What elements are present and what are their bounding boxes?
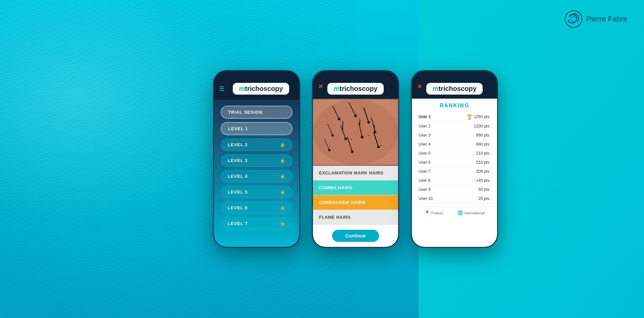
svg-line-11 xyxy=(328,124,333,136)
level4-label: LEVEL 4 xyxy=(228,174,248,179)
ranking-list: User 1 🏆 1250 pts. User 2 1200 pts. User… xyxy=(412,110,497,205)
svg-point-3 xyxy=(313,99,398,165)
phone2-screen: ✕ mtrichoscopy xyxy=(313,71,398,247)
international-globe-icon: 🌐 xyxy=(458,210,463,215)
level-4-btn[interactable]: LEVEL 4 🔒 xyxy=(221,170,292,182)
app-name-rest-1: trichoscopy xyxy=(245,85,283,92)
ranking-footer: 📍 Poland 🌐 International xyxy=(412,207,497,219)
svg-point-14 xyxy=(361,136,364,139)
svg-point-16 xyxy=(374,131,376,134)
level-2-btn[interactable]: LEVEL 2 🔒 xyxy=(221,139,292,151)
ranking-pts-5: 210 pts. xyxy=(476,151,490,156)
svg-line-15 xyxy=(359,122,362,137)
ranking-pts-1: 1250 pts. xyxy=(474,114,490,119)
svg-point-22 xyxy=(351,151,354,153)
poland-pin-icon: 📍 xyxy=(424,210,430,215)
levels-list: TRIAL SESION LEVEL 1 LEVEL 2 🔒 LEVEL 3 🔒 xyxy=(214,100,299,236)
hamburger-icon[interactable]: ☰ xyxy=(219,85,224,93)
level-1-btn[interactable]: LEVEL 1 xyxy=(221,122,292,135)
app-logo-badge-3: mtrichoscopy xyxy=(426,83,482,95)
level-5-btn[interactable]: LEVEL 5 🔒 xyxy=(221,186,292,198)
svg-rect-2 xyxy=(313,99,398,165)
svg-line-17 xyxy=(371,117,375,132)
app-logo-1: mtrichoscopy xyxy=(239,85,283,92)
app-logo-badge-1: mtrichoscopy xyxy=(233,83,289,95)
ranking-pts-2: 1200 pts. xyxy=(474,124,490,128)
level-6-btn[interactable]: LEVEL 6 🔒 xyxy=(221,202,292,214)
ranking-pts-7: 206 pts. xyxy=(476,169,490,174)
answer-corkscrew[interactable]: CORKSCREW HAIRS xyxy=(313,195,398,210)
svg-line-9 xyxy=(364,108,369,122)
svg-point-12 xyxy=(344,138,347,140)
ranking-item-4: User 4 680 pts. xyxy=(417,140,492,149)
ranking-pts-4: 680 pts. xyxy=(476,142,490,147)
svg-point-18 xyxy=(377,146,380,148)
level-3-btn[interactable]: LEVEL 3 🔒 xyxy=(221,154,292,167)
ranking-user-5: User 5 xyxy=(419,151,476,156)
answer-flame-label: FLAME HAIRS xyxy=(319,215,351,220)
notch-camera-3 xyxy=(453,75,456,78)
ranking-user-4: User 4 xyxy=(419,142,476,147)
international-item[interactable]: 🌐 International xyxy=(458,210,485,215)
level-trial-btn[interactable]: TRIAL SESION xyxy=(221,106,292,119)
close-button-2[interactable]: ✕ xyxy=(318,83,323,90)
ranking-user-10: User 10 xyxy=(419,196,478,201)
svg-line-13 xyxy=(341,125,346,139)
svg-point-10 xyxy=(331,134,334,137)
level7-label: LEVEL 7 xyxy=(228,221,248,226)
svg-line-19 xyxy=(374,132,379,147)
svg-point-0 xyxy=(565,11,582,28)
ranking-pts-3: 890 pts. xyxy=(476,133,490,138)
ranking-item-7: User 7 206 pts. xyxy=(417,167,492,176)
ranking-item-9: User 9 50 pts. xyxy=(417,185,492,194)
scalp-svg xyxy=(313,99,398,166)
level1-label: LEVEL 1 xyxy=(228,126,248,131)
lock-icon-4: 🔒 xyxy=(280,174,285,179)
ranking-pts-8: 145 pts. xyxy=(476,178,490,183)
continue-button[interactable]: Continue xyxy=(332,230,379,242)
pierre-fabre-text: Pierre Fabre xyxy=(586,15,627,23)
ranking-pts-9: 50 pts. xyxy=(478,187,490,192)
app-name-rest-3: trichoscopy xyxy=(438,85,476,92)
phone1-screen: ☰ mtrichoscopy TRIAL SESION LEVEL 1 xyxy=(214,71,299,247)
answer-flame[interactable]: FLAME HAIRS xyxy=(313,210,398,225)
app-logo-3: mtrichoscopy xyxy=(432,85,476,92)
level3-label: LEVEL 3 xyxy=(228,158,248,163)
ranking-user-3: User 3 xyxy=(419,133,476,138)
ranking-item-6: User 6 210 pts. xyxy=(417,158,492,167)
phone-ranking: ✕ mtrichoscopy RANKING User 1 🏆 1250 pts… xyxy=(411,70,498,248)
ranking-item-8: User 8 145 pts. xyxy=(417,176,492,185)
ranking-item-2: User 2 1200 pts. xyxy=(417,122,492,131)
svg-line-23 xyxy=(347,137,353,152)
phones-container: ☰ mtrichoscopy TRIAL SESION LEVEL 1 xyxy=(213,70,498,248)
lock-icon-7: 🔒 xyxy=(280,221,285,226)
m-letter-3: m xyxy=(432,85,438,92)
phone-level-selection: ☰ mtrichoscopy TRIAL SESION LEVEL 1 xyxy=(213,70,300,248)
scalp-image xyxy=(313,99,398,166)
trial-label: TRIAL SESION xyxy=(228,110,263,115)
ranking-pts-6: 210 pts. xyxy=(476,160,490,165)
answer-exclamation[interactable]: EXCLAMATION MARK HAIRS xyxy=(313,166,398,180)
svg-point-8 xyxy=(367,121,370,124)
ranking-user-6: User 6 xyxy=(419,160,476,165)
svg-point-4 xyxy=(338,118,340,120)
ranking-item-5: User 5 210 pts. xyxy=(417,149,492,158)
close-button-3[interactable]: ✕ xyxy=(417,83,422,90)
answer-comma-label: COMMA HAIRS xyxy=(319,185,353,190)
answer-corkscrew-label: CORKSCREW HAIRS xyxy=(319,200,365,205)
ranking-user-2: User 2 xyxy=(419,124,474,128)
international-label: International xyxy=(465,211,485,215)
lock-icon-2: 🔒 xyxy=(280,143,285,147)
ranking-pts-10: 20 pts. xyxy=(478,196,490,201)
ranking-item-10: User 10 20 pts. xyxy=(417,194,492,203)
lock-icon-6: 🔒 xyxy=(280,206,285,210)
svg-point-6 xyxy=(354,114,357,117)
ranking-user-9: User 9 xyxy=(419,187,478,192)
poland-item[interactable]: 📍 Poland xyxy=(424,210,443,215)
pierre-fabre-logo: Pierre Fabre xyxy=(565,10,627,29)
level-7-btn[interactable]: LEVEL 7 🔒 xyxy=(221,217,292,230)
lock-icon-3: 🔒 xyxy=(280,158,285,163)
answer-exclamation-label: EXCLAMATION MARK HAIRS xyxy=(319,170,383,175)
answer-comma[interactable]: COMMA HAIRS xyxy=(313,180,398,195)
notch-camera-2 xyxy=(354,75,357,78)
